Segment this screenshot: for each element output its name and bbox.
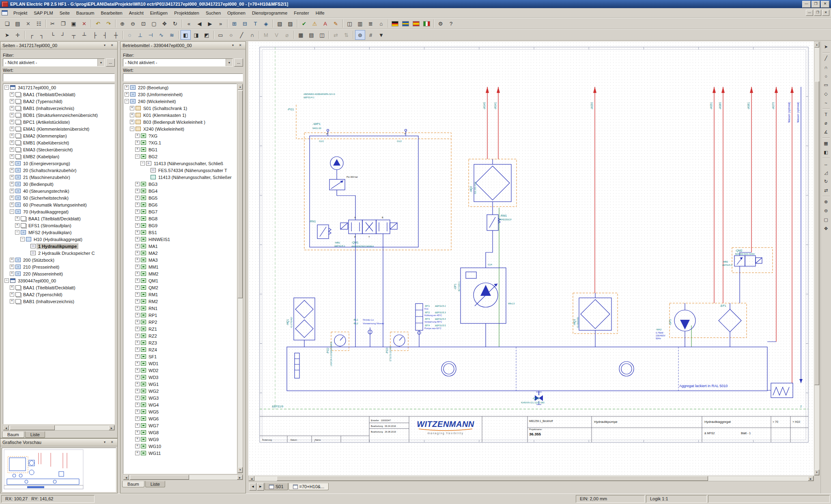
language-italian-button[interactable] bbox=[422, 19, 432, 28]
tree-item-label-selected[interactable]: 1 Hydraulikpumpe bbox=[37, 244, 78, 249]
tree-item[interactable]: 1 Hydraulikpumpe bbox=[3, 243, 114, 250]
synchronize-button[interactable]: ⇄ bbox=[331, 30, 341, 40]
hatching-button[interactable]: ▦ bbox=[822, 139, 831, 148]
tree-item[interactable]: FES.574334 (Näherungsschalter T bbox=[123, 167, 237, 174]
terminal-navigator-button[interactable]: ▦ bbox=[296, 30, 306, 40]
expand-icon[interactable]: + bbox=[10, 147, 14, 152]
scroll-left-icon[interactable]: ◀ bbox=[249, 476, 254, 481]
tree-item[interactable]: +BDB1 (Strukturkennzeichenübersicht) bbox=[3, 112, 114, 118]
tree-item[interactable]: +MA1 bbox=[123, 243, 237, 250]
expand-icon[interactable]: + bbox=[10, 202, 14, 207]
tree-item[interactable]: −70 (Hydraulikaggregat) bbox=[3, 208, 114, 215]
pan-button[interactable]: ✥ bbox=[159, 19, 170, 28]
expand-icon[interactable]: + bbox=[135, 182, 140, 186]
tree-item-label[interactable]: WG9 bbox=[147, 437, 160, 442]
t-node-down-button[interactable]: ┬ bbox=[69, 30, 79, 40]
tree-item[interactable]: +?XG bbox=[123, 132, 237, 139]
devices-tab-baum[interactable]: Baum bbox=[122, 481, 144, 487]
devices-panel-header[interactable]: Betriebsmittel - 3390447epl000_00 ▾ ✕ bbox=[121, 42, 245, 50]
tree-item-label[interactable]: 210 (Presseinheit) bbox=[22, 265, 60, 269]
page-tab[interactable]: S01 bbox=[265, 483, 288, 490]
line-button[interactable]: ╱ bbox=[237, 30, 247, 40]
tree-item-label[interactable]: X240 (Wickeleinheit) bbox=[142, 127, 185, 131]
angle-down-right-button[interactable]: ┌ bbox=[26, 30, 37, 40]
t-node-up-button[interactable]: ┴ bbox=[79, 30, 89, 40]
angle-up-left-button[interactable]: ┘ bbox=[58, 30, 68, 40]
expand-icon[interactable]: + bbox=[135, 361, 140, 366]
tree-item[interactable]: −11413 (Näherungsschalter, Schließ bbox=[123, 160, 237, 167]
collapse-icon[interactable]: − bbox=[10, 209, 14, 214]
expand-icon[interactable]: + bbox=[10, 99, 14, 103]
tree-item[interactable]: +WG5 bbox=[123, 408, 237, 415]
expand-icon[interactable]: + bbox=[125, 92, 129, 97]
drawing-canvas[interactable]: -PG1ABZMM63-400BAR/MPA-S/V-G&EFS1/4.1-WP… bbox=[248, 41, 814, 476]
expand-icon[interactable]: + bbox=[135, 244, 140, 248]
scroll-thumb[interactable] bbox=[238, 90, 243, 298]
tree-item-label[interactable]: 230 (Umformereinheit) bbox=[137, 92, 184, 97]
expand-icon[interactable]: + bbox=[135, 299, 140, 304]
expand-icon[interactable]: + bbox=[10, 140, 14, 145]
panel-close-icon[interactable]: ✕ bbox=[237, 43, 243, 49]
document-icon[interactable] bbox=[2, 10, 8, 15]
scroll-thumb[interactable] bbox=[814, 81, 819, 385]
expand-icon[interactable]: + bbox=[10, 285, 14, 290]
stretch-button[interactable]: ↔ bbox=[822, 159, 831, 168]
pages-tab-liste[interactable]: Liste bbox=[25, 431, 45, 438]
tree-item-label[interactable]: BG9 bbox=[147, 223, 159, 228]
insert-text-button[interactable]: T bbox=[250, 19, 260, 28]
panel-close-icon[interactable]: ✕ bbox=[109, 43, 115, 49]
expand-icon[interactable]: + bbox=[135, 265, 140, 269]
tree-item[interactable]: +MA2 bbox=[123, 250, 237, 256]
expand-icon[interactable]: + bbox=[135, 403, 140, 407]
tree-item[interactable]: +30 (Bedienpult) bbox=[3, 181, 114, 187]
tree-item[interactable]: +WG2 bbox=[123, 388, 237, 394]
tree-item[interactable]: +EMA1 (Klemmenleistenübersicht) bbox=[3, 125, 114, 132]
expand-icon[interactable]: + bbox=[10, 127, 14, 131]
tree-item-label[interactable]: 3390447epl000_00 bbox=[17, 278, 57, 283]
tree-item-label[interactable]: MA3 bbox=[147, 258, 159, 263]
expand-icon[interactable]: + bbox=[135, 320, 140, 324]
insert-window-macro-button[interactable]: ⊟ bbox=[240, 19, 250, 28]
tree-item-label[interactable]: 11413 (Näherungsschalter, Schließ bbox=[153, 161, 224, 166]
expand-icon[interactable]: + bbox=[10, 134, 14, 138]
tree-item[interactable]: +MM2 bbox=[123, 270, 237, 277]
tree-item-label[interactable]: WG5 bbox=[147, 409, 160, 414]
expand-icon[interactable]: + bbox=[135, 389, 140, 393]
tree-item-label[interactable]: WD1 bbox=[147, 361, 159, 366]
tree-item-label[interactable]: 220 (Beoelung) bbox=[137, 85, 170, 90]
print-button[interactable]: ☷ bbox=[34, 19, 44, 28]
expand-icon[interactable]: + bbox=[15, 216, 19, 221]
tree-item[interactable]: 2 Hydraulik Druckspeicher C bbox=[3, 250, 114, 256]
tree-item-label[interactable]: BG2 bbox=[147, 154, 159, 159]
zoom-page-button[interactable]: ▢ bbox=[822, 215, 831, 224]
tree-item[interactable]: +60 (Pneumatik Wartungseinheit) bbox=[3, 201, 114, 208]
tree-item[interactable]: +RM1 bbox=[123, 291, 237, 298]
tree-item-label[interactable]: S01 (Schaltschrank 1) bbox=[142, 106, 188, 111]
pages-tree-hscrollbar[interactable]: ◀ ▶ bbox=[3, 425, 115, 431]
tree-item[interactable]: +WD2 bbox=[123, 367, 237, 374]
tree-item-label[interactable]: WG10 bbox=[147, 444, 162, 449]
pages-tab-baum[interactable]: Baum bbox=[2, 431, 24, 438]
project-management-button[interactable]: ⌂ bbox=[376, 19, 386, 28]
t-node-left-button[interactable]: ┤ bbox=[100, 30, 110, 40]
page-navigator-button[interactable]: ◫ bbox=[344, 19, 355, 28]
menu-bearbeiten[interactable]: Bearbeiten bbox=[97, 9, 125, 17]
tree-item[interactable]: +MA3 bbox=[123, 256, 237, 263]
tree-item[interactable]: +BAA1 (Titelblatt/Deckblatt) bbox=[3, 91, 114, 98]
tree-item[interactable]: +50 (Sicherheitstechnik) bbox=[3, 194, 114, 201]
tree-item[interactable]: −BG2 bbox=[123, 153, 237, 160]
grid-size-button[interactable]: ▼ bbox=[376, 30, 386, 40]
tree-item[interactable]: +RZ1 bbox=[123, 325, 237, 332]
pan-button[interactable]: ✥ bbox=[822, 224, 831, 233]
expand-icon[interactable]: + bbox=[10, 161, 14, 166]
tree-item-label[interactable]: BG3 bbox=[147, 182, 159, 187]
tree-item-label[interactable]: FES.574334 (Näherungsschalter T bbox=[157, 168, 228, 173]
tree-item-label[interactable]: MM2 bbox=[147, 271, 159, 276]
scale-button[interactable]: ◿ bbox=[822, 168, 831, 177]
expand-icon[interactable]: + bbox=[135, 230, 140, 235]
plc-navigator-button[interactable]: ◫ bbox=[317, 30, 327, 40]
tree-item-label[interactable]: 70 (Hydraulikaggregat) bbox=[22, 209, 70, 214]
select-button[interactable]: ➤ bbox=[822, 43, 831, 51]
tree-item[interactable]: +BG4 bbox=[123, 187, 237, 194]
expand-icon[interactable]: + bbox=[10, 120, 14, 124]
